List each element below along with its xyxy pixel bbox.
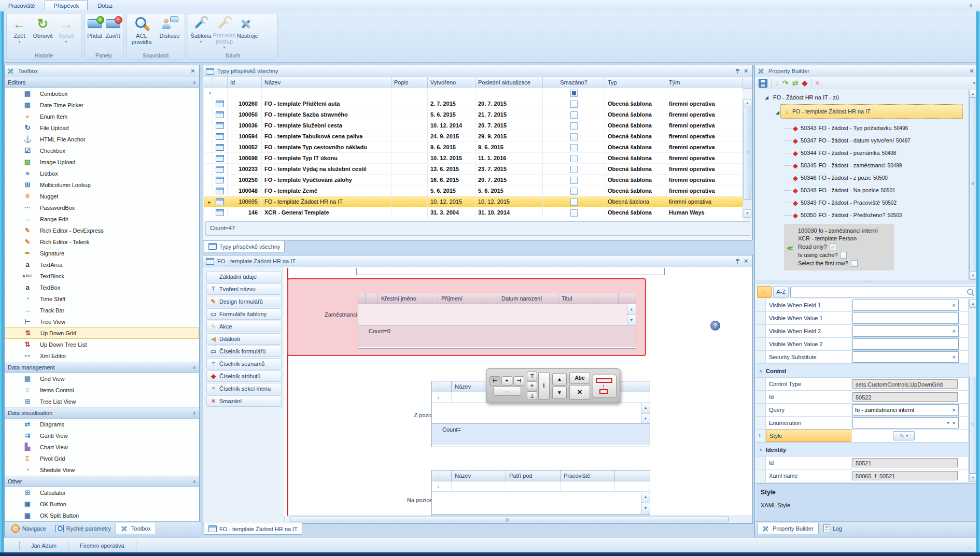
property-row[interactable]: Enumeration ▾ × bbox=[755, 417, 977, 430]
designer-tab[interactable]: FO - template Žádost HR na IT bbox=[204, 523, 302, 535]
scrollbar-thumb[interactable] bbox=[969, 97, 977, 272]
scroll-up-icon[interactable]: ▲ bbox=[969, 300, 977, 308]
row-spinner[interactable]: ▲▼ bbox=[641, 492, 650, 514]
property-row[interactable]: Visible When Field 1 × bbox=[755, 299, 977, 312]
grid-filter-row[interactable]: ▼ bbox=[204, 88, 743, 99]
tree-item[interactable]: ◆ 50346 FO - žádost - z pozic 50500 bbox=[784, 172, 977, 184]
designer-menu-item[interactable]: Základní údaje bbox=[206, 271, 282, 282]
toolbox-item[interactable]: ▣ OK Button bbox=[5, 498, 199, 510]
table-row[interactable]: 146 XCR - General Template 31. 3. 2004 3… bbox=[204, 207, 743, 218]
selected-control-region[interactable]: Zaměstnanci: Křestní jméno Příjmení Datu… bbox=[287, 278, 646, 356]
toolbox-item[interactable]: ▦ Date Time Picker bbox=[5, 99, 199, 111]
style-edit-button[interactable]: ✎▾ bbox=[893, 431, 915, 440]
align-bottom-button[interactable]: ⊥ bbox=[527, 391, 537, 400]
deleted-checkbox[interactable] bbox=[570, 144, 578, 151]
toolbox-section-other[interactable]: Other ∧ bbox=[5, 476, 199, 487]
property-row[interactable]: Visible When Value 2 bbox=[755, 338, 977, 351]
property-row[interactable]: Xaml name 50065_f_50521 bbox=[755, 469, 977, 482]
table-row[interactable]: 100050 FO - template Sazba stravného 5. … bbox=[204, 109, 743, 120]
tree-item[interactable]: ◆ 50348 FO - žádost - Na pozice 50501 bbox=[784, 184, 977, 196]
column-header[interactable]: Popis bbox=[391, 77, 428, 88]
clear-icon[interactable]: × bbox=[951, 328, 958, 334]
property-input[interactable] bbox=[853, 339, 958, 349]
designer-menu-item[interactable]: ◀ Události bbox=[206, 333, 282, 345]
deleted-checkbox[interactable] bbox=[570, 198, 578, 206]
toolbox-item[interactable]: ▣ OK Split Button bbox=[5, 510, 199, 521]
designer-menu-item[interactable]: ϟ Akce bbox=[206, 321, 282, 332]
grid-tab[interactable]: Typy příspěvků všechny bbox=[204, 241, 285, 252]
panel-tab[interactable]: Log bbox=[819, 523, 847, 534]
toolbox-item[interactable]: ≡ Items Control bbox=[5, 384, 199, 396]
sablona-button[interactable]: Šablona ▾ bbox=[189, 15, 213, 50]
close-icon[interactable]: × bbox=[744, 258, 750, 264]
collapse-ribbon-icon[interactable]: ∧ bbox=[967, 2, 975, 9]
column-header[interactable]: Datum narození bbox=[498, 293, 558, 304]
clear-icon[interactable]: × bbox=[951, 302, 958, 308]
toolbox-item[interactable]: ▦ Grid View bbox=[5, 373, 199, 384]
designer-menu-item[interactable]: ◆ Číselník atributů bbox=[206, 370, 282, 382]
categorized-view-button[interactable]: ≡ bbox=[757, 286, 772, 298]
property-row[interactable]: Security Substitute × bbox=[755, 351, 977, 364]
toolbox-item[interactable]: ↻ File Upload bbox=[5, 122, 199, 134]
add-attribute-button[interactable]: ◆ bbox=[802, 79, 807, 87]
filter-checkbox[interactable] bbox=[570, 90, 578, 97]
property-row[interactable]: Visible When Value 1 bbox=[755, 312, 977, 325]
toolbox-item[interactable]: a TextBox bbox=[5, 282, 199, 293]
row-spinner[interactable]: ▲▼ bbox=[627, 304, 636, 325]
designer-menu-item[interactable]: ✎ Design formulářů bbox=[206, 296, 282, 307]
toolbox-item[interactable]: ● Enum Item bbox=[5, 111, 199, 122]
dropdown-arrow-icon[interactable]: ▾ bbox=[946, 421, 951, 425]
deleted-checkbox[interactable] bbox=[570, 101, 578, 108]
sidebar-tab[interactable]: Navigace bbox=[7, 523, 51, 534]
toolbox-item[interactable]: ▤ Combobox bbox=[5, 88, 199, 99]
designer-menu-item[interactable]: ▭ Formuláře šablony bbox=[206, 308, 282, 320]
pracovni-postup-button[interactable]: Pracovní postup ▾ bbox=[213, 15, 236, 50]
column-header[interactable]: Název bbox=[262, 77, 391, 88]
property-search-input[interactable] bbox=[790, 287, 975, 297]
scrollbar-thumb[interactable] bbox=[744, 107, 751, 200]
align-top-button[interactable]: ⊤ bbox=[527, 372, 537, 380]
close-icon[interactable]: × bbox=[744, 68, 750, 74]
tree-root[interactable]: ◢ FO - Žádost HR na IT - zú bbox=[765, 94, 977, 101]
designer-menu-item[interactable]: ≡ Číselník sekcí menu bbox=[206, 383, 282, 394]
ribbon-tab[interactable]: Příspěvek bbox=[45, 0, 88, 10]
deleted-checkbox[interactable] bbox=[570, 177, 578, 184]
delete-button[interactable]: × bbox=[569, 385, 590, 400]
tree-item[interactable]: ◆ 50347 FO - žádost - datum vytvoření 50… bbox=[784, 134, 977, 147]
scrollbar-thumb[interactable] bbox=[969, 377, 977, 474]
align-right-button[interactable]: ⊣ bbox=[513, 376, 524, 386]
property-input[interactable] bbox=[853, 352, 951, 362]
column-header[interactable]: Příjmení bbox=[438, 293, 498, 304]
tree-item[interactable]: ◆ 50344 FO - žádost - poznámka 50498 bbox=[784, 147, 977, 159]
category-row-control[interactable]: ∧ Control bbox=[755, 364, 977, 378]
alphabetical-view-button[interactable]: A-Z bbox=[773, 286, 789, 298]
expander-icon[interactable]: ◢ bbox=[776, 110, 779, 115]
table-row[interactable]: 100233 FO - template Výdaj na služební c… bbox=[204, 164, 743, 175]
designer-menu-item[interactable]: × Smazání bbox=[206, 395, 282, 407]
toolbox-item[interactable]: ▙ Chart View bbox=[5, 441, 199, 453]
column-header[interactable]: Křestní jméno bbox=[378, 293, 438, 304]
panel-tab[interactable]: Property Builder bbox=[757, 523, 819, 534]
toolbox-item[interactable]: ⇅ Up Down Tree List bbox=[5, 339, 199, 350]
resize-grip[interactable]: .:: bbox=[968, 545, 974, 551]
align-left-button[interactable]: ⊢ bbox=[489, 376, 500, 386]
stretch-horizontal-button[interactable]: ↔ bbox=[493, 387, 521, 396]
updown-grid-button[interactable]: ↑ bbox=[593, 375, 617, 397]
scroll-down-icon[interactable]: ▼ bbox=[744, 209, 751, 218]
toolbox-item[interactable]: <> Xml Editor bbox=[5, 350, 199, 362]
toolbox-item[interactable]: ✳ Nugget bbox=[5, 191, 199, 202]
deleted-checkbox[interactable] bbox=[570, 188, 578, 195]
scroll-down-icon[interactable]: ▼ bbox=[969, 272, 977, 280]
pin-icon[interactable] bbox=[735, 259, 741, 264]
clear-icon[interactable]: × bbox=[951, 354, 958, 360]
toolbox-item[interactable]: ◔ Time Shift bbox=[5, 293, 199, 305]
scroll-down-icon[interactable]: ▼ bbox=[969, 474, 977, 482]
column-header[interactable]: Patří pod bbox=[506, 471, 561, 481]
pin-icon[interactable] bbox=[735, 68, 741, 74]
align-middle-button[interactable]: + bbox=[527, 381, 537, 390]
table-row[interactable]: 100036 FO - template Služební cesta 10. … bbox=[204, 120, 743, 131]
toolbox-section-data-visualisation[interactable]: Data visualisation ∧ bbox=[5, 407, 199, 419]
property-input[interactable] bbox=[853, 405, 951, 415]
toolbox-item[interactable]: ▧ Image Upload bbox=[5, 156, 199, 168]
tree-item[interactable]: ◆ 50345 FO - žádost - zaměstnanci 50499 bbox=[784, 159, 977, 172]
